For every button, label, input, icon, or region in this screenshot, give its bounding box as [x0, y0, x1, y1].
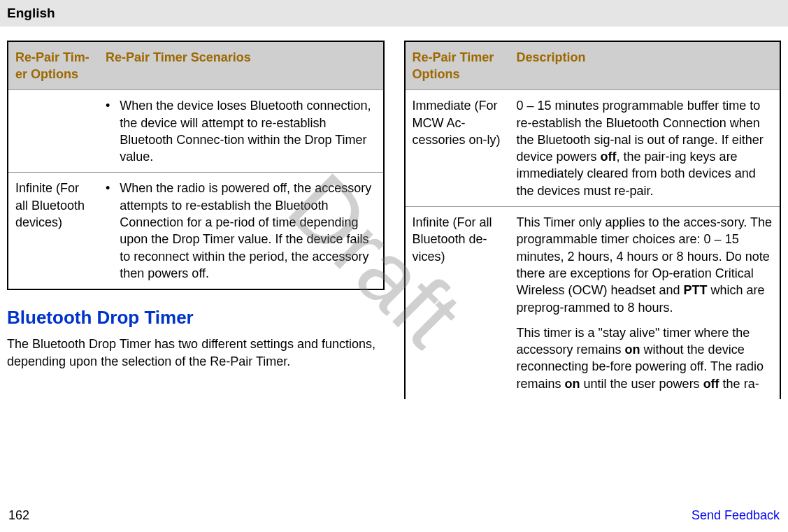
page-number: 162: [8, 507, 29, 524]
cell-option: [8, 90, 99, 173]
scenario-text: When the device loses Bluetooth connecti…: [120, 97, 375, 165]
bold-off: off: [703, 377, 719, 391]
cell-option: Infinite (For all Bluetooth de-vices): [405, 207, 510, 399]
cell-description: This Timer only applies to the acces-sor…: [510, 207, 781, 399]
send-feedback-link[interactable]: Send Feedback: [692, 507, 780, 524]
repair-description-table: Re-Pair Timer Options Description Immedi…: [404, 41, 782, 399]
bullet-icon: •: [106, 180, 110, 282]
cell-option: Infinite (For all Bluetooth devices): [8, 173, 99, 289]
th-options: Re-Pair Tim-er Options: [8, 41, 99, 90]
page-header: English: [0, 0, 788, 27]
table-row: Infinite (For all Bluetooth devices) • W…: [8, 173, 384, 289]
th-scenarios: Re-Pair Timer Scenarios: [99, 41, 384, 90]
bold-on: on: [625, 343, 640, 357]
bullet-icon: •: [106, 97, 110, 165]
repair-scenarios-table: Re-Pair Tim-er Options Re-Pair Timer Sce…: [7, 41, 385, 291]
scenario-text: When the radio is powered off, the acces…: [120, 180, 375, 282]
main-content: Re-Pair Tim-er Options Re-Pair Timer Sce…: [0, 27, 788, 399]
bold-ptt: PTT: [684, 283, 708, 297]
table-row: • When the device loses Bluetooth connec…: [8, 90, 384, 173]
left-column: Re-Pair Tim-er Options Re-Pair Timer Sce…: [7, 41, 385, 399]
bold-off: off: [601, 150, 617, 164]
table-row: Infinite (For all Bluetooth de-vices) Th…: [405, 207, 781, 399]
section-heading: Bluetooth Drop Timer: [7, 305, 385, 330]
th-options: Re-Pair Timer Options: [405, 41, 510, 90]
desc-text: the ra-: [719, 377, 759, 391]
cell-scenario: • When the radio is powered off, the acc…: [99, 173, 384, 289]
section-description: The Bluetooth Drop Timer has two differe…: [7, 336, 385, 370]
bold-on: on: [565, 377, 580, 391]
cell-scenario: • When the device loses Bluetooth connec…: [99, 90, 384, 173]
page-footer: 162 Send Feedback: [0, 507, 788, 524]
th-description: Description: [510, 41, 781, 90]
table-row: Immediate (For MCW Ac-cessories on-ly) 0…: [405, 90, 781, 207]
language-label: English: [7, 6, 55, 20]
desc-text: until the user powers: [580, 377, 703, 391]
right-column: Re-Pair Timer Options Description Immedi…: [404, 41, 782, 399]
cell-description: 0 – 15 minutes programmable buffer time …: [510, 90, 781, 207]
cell-option: Immediate (For MCW Ac-cessories on-ly): [405, 90, 510, 207]
